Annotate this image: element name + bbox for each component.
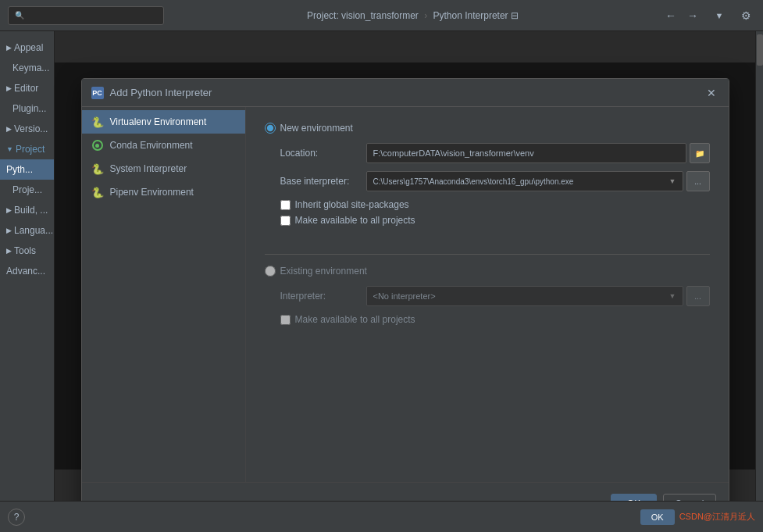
existing-env-radio[interactable] (265, 266, 276, 277)
sidebar-label-plugins: Plugin... (12, 103, 46, 114)
sidebar-label-editor: Editor (14, 83, 38, 94)
add-interpreter-dialog: PC Add Python Interpreter ✕ 🐍 Virtualenv… (81, 78, 729, 526)
dialog-body: 🐍 Virtualenv Environment Conda Environme… (82, 107, 729, 482)
bottom-ok-button[interactable]: OK (640, 509, 675, 525)
scrollbar-thumb[interactable] (757, 34, 763, 66)
chevron-icon-7: ▶ (6, 247, 12, 255)
sidebar-label-project: Project (16, 144, 45, 155)
dialog-close-button[interactable]: ✕ (704, 85, 719, 101)
sidebar: ▶ Appeal Keyma... ▶ Editor Plugin... ▶ V… (0, 31, 55, 501)
chevron-icon-6: ▶ (6, 227, 12, 234)
existing-interpreter-field: Interpreter: <No interpreter> ▼ ... (265, 286, 710, 306)
base-interpreter-browse-button[interactable]: ... (686, 171, 710, 191)
sidebar-item-proj-structure[interactable]: Proje... (0, 180, 54, 200)
new-env-radio-row: New environment (265, 123, 710, 134)
sidebar-label-python: Pyth... (6, 164, 33, 175)
scrollbar-track[interactable] (755, 31, 763, 501)
dialog-title-icon: PC (91, 87, 104, 99)
env-item-system[interactable]: 🐍 System Interpreter (82, 157, 245, 180)
sidebar-item-language[interactable]: ▶ Langua... (0, 220, 54, 241)
settings-gear-btn[interactable]: ⚙ (736, 6, 755, 25)
dialog-title-bar: PC Add Python Interpreter ✕ (82, 79, 729, 107)
base-interpreter-dropdown[interactable]: C:\Users\g1757\Anaconda3\envs\torch16_gp… (366, 171, 683, 191)
section-divider (265, 254, 710, 255)
bottom-right: OK CSDN@江清月近人 (640, 509, 755, 525)
sidebar-label-build: Build, ... (14, 205, 48, 216)
existing-dropdown-arrow-icon: ▼ (669, 292, 676, 300)
new-env-radio[interactable] (265, 123, 276, 134)
system-icon: 🐍 (91, 162, 104, 175)
sidebar-item-appeal[interactable]: ▶ Appeal (0, 37, 54, 58)
existing-interpreter-browse[interactable]: ... (686, 286, 710, 306)
watermark-text: CSDN@江清月近人 (679, 511, 755, 523)
sidebar-label-language: Langua... (14, 225, 53, 236)
inherit-label: Inherit global site-packages (295, 199, 409, 210)
sidebar-item-editor[interactable]: ▶ Editor (0, 78, 54, 98)
dialog-title-text: Add Python Interpreter (110, 87, 697, 98)
dropdown-arrow-icon: ▼ (669, 177, 676, 185)
base-interpreter-field: Base interpreter: C:\Users\g1757\Anacond… (265, 171, 710, 191)
virtualenv-label: Virtualenv Environment (110, 116, 207, 127)
breadcrumb-page: Python Interpreter (433, 10, 508, 21)
sidebar-item-advanced[interactable]: Advanc... (0, 261, 54, 281)
env-item-conda[interactable]: Conda Environment (82, 134, 245, 157)
chevron-icon-3: ▶ (6, 125, 12, 133)
conda-icon (91, 139, 104, 152)
sidebar-item-python[interactable]: Pyth... (0, 159, 54, 180)
existing-env-radio-row: Existing environment (265, 266, 710, 277)
new-env-section: New environment Location: 📁 (265, 123, 710, 230)
top-bar: 🔍 Project: vision_transformer › Python I… (0, 0, 763, 31)
make-available-existing-checkbox[interactable] (280, 315, 291, 325)
sidebar-label-tools: Tools (14, 245, 36, 256)
sidebar-label-proj-structure: Proje... (12, 184, 42, 195)
sidebar-item-project[interactable]: ▼ Project (0, 139, 54, 159)
make-available-new-checkbox-row: Make available to all projects (265, 215, 710, 226)
virtualenv-icon: 🐍 (91, 116, 104, 128)
env-item-virtualenv[interactable]: 🐍 Virtualenv Environment (82, 110, 245, 134)
dialog-overlay: PC Add Python Interpreter ✕ 🐍 Virtualenv… (55, 62, 755, 470)
bottom-bar: ? OK CSDN@江清月近人 (0, 501, 763, 532)
env-item-pipenv[interactable]: 🐍 Pipenv Environment (82, 180, 245, 204)
existing-interpreter-wrap: <No interpreter> ▼ ... (366, 286, 710, 306)
sidebar-label-keymap: Keyma... (12, 62, 49, 73)
inherit-checkbox[interactable] (280, 200, 291, 210)
pipenv-icon: 🐍 (91, 186, 104, 198)
search-box[interactable]: 🔍 (8, 6, 164, 25)
base-interpreter-value: C:\Users\g1757\Anaconda3\envs\torch16_gp… (373, 177, 574, 186)
chevron-icon: ▶ (6, 44, 12, 52)
breadcrumb-sep1: › (424, 10, 430, 21)
content-area: PC Add Python Interpreter ✕ 🐍 Virtualenv… (55, 31, 755, 501)
chevron-icon-2: ▶ (6, 84, 12, 92)
existing-interpreter-value: <No interpreter> (373, 291, 436, 301)
breadcrumb-icon: ⊟ (511, 10, 519, 21)
search-icon: 🔍 (15, 11, 24, 20)
pc-label: PC (92, 89, 102, 97)
existing-interpreter-label: Interpreter: (280, 291, 366, 302)
make-available-new-label: Make available to all projects (295, 215, 415, 226)
sidebar-item-plugins[interactable]: Plugin... (0, 98, 54, 119)
breadcrumb-project: Project: vision_transformer (307, 10, 419, 21)
chevron-icon-4: ▼ (6, 145, 13, 153)
existing-env-section: Existing environment Interpreter: <No in… (265, 266, 710, 330)
help-button[interactable]: ? (8, 509, 25, 526)
chevron-icon-5: ▶ (6, 206, 12, 214)
sidebar-item-tools[interactable]: ▶ Tools (0, 241, 54, 261)
existing-interpreter-dropdown[interactable]: <No interpreter> ▼ (366, 286, 683, 306)
conda-label: Conda Environment (110, 140, 193, 151)
system-label: System Interpreter (110, 163, 187, 174)
sidebar-label-advanced: Advanc... (6, 266, 45, 277)
nav-forward[interactable]: → (683, 6, 702, 25)
make-available-new-checkbox[interactable] (280, 216, 291, 226)
location-field: Location: 📁 (265, 143, 710, 163)
sidebar-item-keymap[interactable]: Keyma... (0, 58, 54, 78)
sidebar-item-version[interactable]: ▶ Versio... (0, 119, 54, 139)
sidebar-label-version: Versio... (14, 123, 48, 134)
dropdown-arrow-btn[interactable]: ▼ (710, 6, 729, 25)
sidebar-item-build[interactable]: ▶ Build, ... (0, 200, 54, 220)
dialog-env-list: 🐍 Virtualenv Environment Conda Environme… (82, 107, 246, 482)
new-env-radio-label: New environment (280, 123, 353, 134)
location-browse-button[interactable]: 📁 (690, 143, 710, 163)
location-input[interactable] (366, 143, 686, 163)
nav-back[interactable]: ← (661, 6, 680, 25)
make-available-existing-row: Make available to all projects (265, 314, 710, 325)
